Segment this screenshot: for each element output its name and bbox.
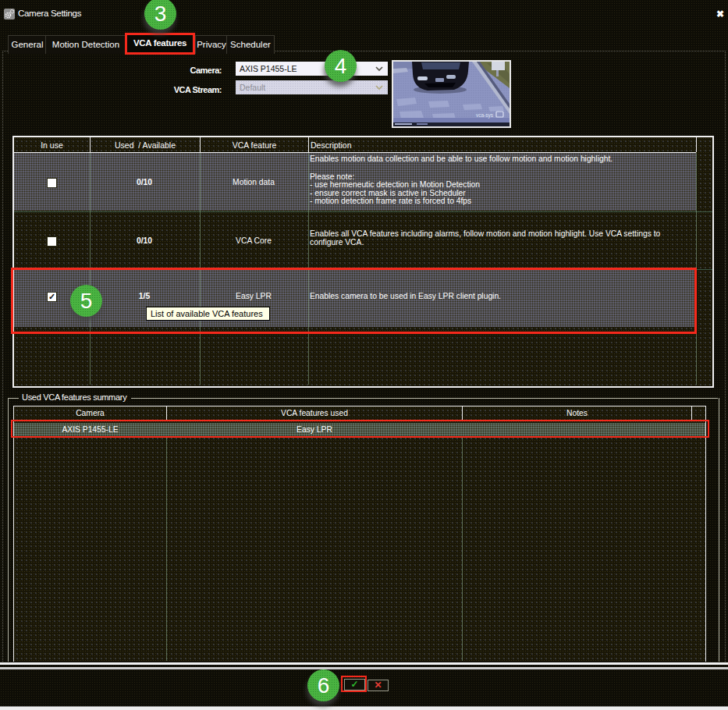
svg-text:vca-sys: vca-sys xyxy=(476,112,494,119)
